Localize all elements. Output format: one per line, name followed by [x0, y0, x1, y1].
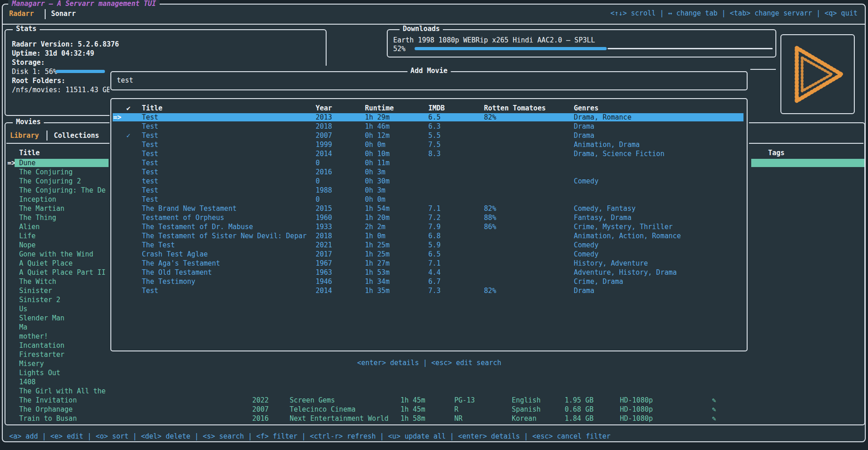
- cell-runtime: 0h 11m: [365, 159, 390, 167]
- library-movie-item[interactable]: Incantation: [19, 341, 64, 350]
- cell-size: 1.84 GB: [565, 414, 593, 423]
- result-row[interactable]: Test20160h 3m: [111, 168, 747, 176]
- result-row[interactable]: ✓Test20070h 12m5.5Drama: [111, 131, 747, 140]
- cell-title: Crash Test Aglae: [142, 250, 208, 258]
- footer-keybinds: <a> add | <e> edit | <o> sort | <del> de…: [9, 432, 611, 440]
- col-runtime: Runtime: [365, 104, 394, 112]
- cell-rotten_tomatoes: 86%: [484, 223, 496, 231]
- cell-runtime: 0h 3m: [365, 168, 385, 176]
- library-movie-item[interactable]: The Witch: [19, 277, 56, 286]
- library-movie-item[interactable]: Firestarter: [19, 351, 64, 359]
- cell-runtime: 1h 0m: [365, 232, 385, 240]
- result-row[interactable]: Crash Test Aglae20171h 25m6.5Comedy: [111, 250, 747, 258]
- library-movie-item[interactable]: A Quiet Place Part II: [19, 268, 106, 277]
- result-row[interactable]: Test20140h 10m8.3Drama, Science Fiction: [111, 150, 747, 158]
- library-movie-item[interactable]: Lights Out: [19, 369, 60, 377]
- cell-genres: Crime, Drama: [574, 277, 623, 286]
- library-movie-item[interactable]: A Quiet Place: [19, 259, 73, 267]
- cell-genres: Drama: [574, 122, 594, 131]
- downloads-panel-title: Downloads: [400, 25, 443, 33]
- result-row[interactable]: Testament of Orpheus19601h 20m7.288%Fant…: [111, 214, 747, 222]
- col-imdb: IMDB: [428, 104, 445, 112]
- cell-runtime: 0h 10m: [365, 150, 390, 158]
- result-row[interactable]: The Old Testament19631h 53m4.4Adventure,…: [111, 268, 747, 277]
- result-row[interactable]: Test20141h 35m7.382%Drama: [111, 287, 747, 295]
- library-movie-item[interactable]: 1408: [19, 378, 36, 386]
- library-movie-item[interactable]: Nope: [19, 241, 36, 249]
- cell-year: 1988: [316, 186, 332, 194]
- result-row[interactable]: test00h 30mComedy: [111, 177, 747, 185]
- cell-year: 2022: [252, 396, 269, 404]
- cell-genres: Comedy, Fantasy: [574, 204, 635, 213]
- cell-title: test: [142, 177, 158, 185]
- cell-imdb: 6.7: [428, 277, 441, 286]
- uptime: Uptime: 31d 04:32:49: [12, 49, 94, 58]
- library-movie-item[interactable]: The Conjuring: The De: [19, 186, 106, 194]
- result-row[interactable]: The Testimony19461h 34m6.7Crime, Drama: [111, 277, 747, 286]
- managarr-app-window: Managarr – A Servarr management TUI <↑↓>…: [2, 4, 866, 442]
- download-progress-fill: [415, 47, 607, 50]
- cell-imdb: 6.3: [428, 122, 441, 131]
- cell-title: Test: [142, 287, 158, 295]
- cell-year: 1946: [316, 277, 332, 286]
- add-movie-search-box[interactable]: Add Movie test: [110, 71, 748, 90]
- pencil-icon: ✎: [712, 405, 716, 413]
- selection-marker: =>: [113, 113, 121, 121]
- cell-title: The Testament of Dr. Mabuse: [142, 223, 253, 231]
- cell-runtime: 1h 45m: [400, 396, 425, 404]
- library-movie-item[interactable]: Sinister: [19, 287, 52, 295]
- cell-runtime: 0h 0m: [365, 195, 385, 204]
- library-movie-item[interactable]: Dune: [15, 159, 109, 167]
- cell-title: The Old Testament: [142, 268, 212, 277]
- cell-imdb: 6.5: [428, 250, 441, 258]
- library-movie-item[interactable]: Sinister 2: [19, 296, 60, 304]
- library-movie-item[interactable]: Misery: [19, 360, 44, 368]
- underlying-table-row: 2016Next Entertainment World1h 58mNRKore…: [5, 414, 864, 423]
- tab-library[interactable]: Library: [10, 131, 39, 140]
- library-movie-item[interactable]: Inception: [19, 195, 56, 204]
- add-movie-popup: Add Movie test ✔ Title Year Runtime IMDB…: [109, 66, 749, 392]
- result-row[interactable]: The Test20211h 25m5.9Comedy: [111, 241, 747, 249]
- cell-certification: PG-13: [454, 396, 475, 404]
- result-row[interactable]: Test00h 0m: [111, 195, 747, 204]
- result-row[interactable]: Test19880h 3m: [111, 186, 747, 194]
- result-row[interactable]: The Testament of Dr. Mabuse19332h 2m7.98…: [111, 223, 747, 231]
- search-input[interactable]: test: [117, 76, 133, 84]
- popup-help-keybinds: <enter> details | <esc> edit search: [109, 359, 749, 367]
- library-movie-item[interactable]: The Martian: [19, 204, 64, 213]
- library-movie-item[interactable]: The Girl with All the: [19, 387, 106, 395]
- tab-sonarr[interactable]: Sonarr: [51, 10, 76, 18]
- library-movie-item[interactable]: Life: [19, 232, 36, 240]
- library-movie-item[interactable]: Alien: [19, 223, 40, 231]
- library-movie-item[interactable]: Gone with the Wind: [19, 250, 94, 258]
- result-row[interactable]: Test20181h 46m6.3Drama: [111, 122, 747, 131]
- disk-usage-bar: [56, 70, 105, 73]
- cell-quality: HD-1080p: [620, 414, 653, 423]
- cell-imdb: 6.8: [428, 232, 441, 240]
- cell-rotten_tomatoes: 88%: [484, 214, 496, 222]
- library-movie-item[interactable]: mother!: [19, 332, 48, 340]
- result-row[interactable]: Test19990h 0m7.5Animation, Drama: [111, 141, 747, 149]
- result-row[interactable]: The Aga's Testament19671h 27m7.1History,…: [111, 259, 747, 267]
- cell-year: 2018: [316, 122, 332, 131]
- cell-year: 2014: [316, 150, 332, 158]
- result-row[interactable]: The Brand New Testament20151h 54m7.182%C…: [111, 204, 747, 213]
- root-folders-label: Root Folders:: [12, 77, 65, 85]
- tab-collections-label: Collections: [54, 131, 99, 140]
- library-movie-item[interactable]: The Conjuring 2: [19, 177, 81, 185]
- library-movie-item[interactable]: Ma: [19, 323, 27, 331]
- result-row[interactable]: =>Test20131h 29m6.582%Drama, Romance: [111, 113, 747, 121]
- result-row[interactable]: Test00h 11m: [111, 159, 747, 167]
- result-row[interactable]: The Testament of Sister New Devil: Depar…: [111, 232, 747, 240]
- cell-year: 1967: [316, 259, 332, 267]
- tab-radarr[interactable]: Radarr: [9, 10, 34, 18]
- library-movie-item[interactable]: The Thing: [19, 214, 56, 222]
- selected-row-tags-fragment: [751, 159, 864, 167]
- library-movie-item[interactable]: Us: [19, 305, 27, 313]
- search-results-table: ✔ Title Year Runtime IMDB Rotten Tomatoe…: [110, 98, 748, 351]
- logo-panel: [780, 34, 855, 114]
- tab-collections[interactable]: Collections: [54, 131, 99, 140]
- library-movie-item[interactable]: Slender Man: [19, 314, 64, 322]
- library-movie-item[interactable]: The Conjuring: [19, 168, 73, 176]
- cell-size: 0.68 GB: [565, 405, 593, 413]
